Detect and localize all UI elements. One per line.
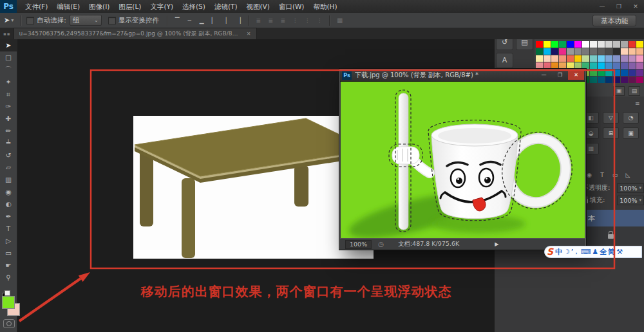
color-swatch[interactable] <box>567 48 574 55</box>
app-restore-button[interactable]: ❐ <box>611 0 627 13</box>
color-swatch[interactable] <box>636 41 643 48</box>
shape-tool[interactable]: ▭ <box>0 247 17 259</box>
color-swatch[interactable] <box>590 69 597 76</box>
color-swatch[interactable] <box>544 55 551 62</box>
ime-punctuation-icon[interactable]: ’， <box>571 246 579 257</box>
color-swatch[interactable] <box>536 48 543 55</box>
color-swatch[interactable] <box>590 55 597 62</box>
menu-item[interactable]: 图层(L) <box>114 0 146 13</box>
new-swatch-icon[interactable]: ▣ <box>613 86 625 96</box>
color-swatch[interactable] <box>544 41 551 48</box>
sogou-logo[interactable]: S <box>547 246 553 257</box>
ime-chinese-mode[interactable]: 中 <box>555 246 562 257</box>
document-tab[interactable]: u=3457063756,249583377&fm=27&gp=0.jpg @ … <box>14 28 257 39</box>
panel-menu-icon[interactable]: ≡ <box>635 100 640 107</box>
color-swatch[interactable] <box>636 48 643 55</box>
color-swatch[interactable] <box>559 55 566 62</box>
filter-shape-icon[interactable]: ▭ <box>611 171 620 180</box>
menu-item[interactable]: 帮助(H) <box>308 0 341 13</box>
ime-tools-icon[interactable]: ⚒ <box>616 246 623 257</box>
ime-user-icon[interactable]: ♟ <box>592 246 598 257</box>
show-transform-checkbox[interactable] <box>108 17 116 24</box>
tool-preset-caret-icon[interactable]: ▾ <box>11 17 14 23</box>
color-swatch[interactable] <box>629 55 636 62</box>
eyedropper-tool[interactable]: ✑ <box>0 100 17 113</box>
color-swatch[interactable] <box>629 77 636 83</box>
color-swatch[interactable] <box>582 55 589 62</box>
color-swatch[interactable] <box>574 48 582 55</box>
menu-item[interactable]: 文件(F) <box>21 0 52 13</box>
menu-item[interactable]: 图像(I) <box>84 0 114 13</box>
healing-brush-tool[interactable]: ✚ <box>0 113 17 125</box>
color-swatch[interactable] <box>629 69 636 76</box>
color-swatch[interactable] <box>636 77 643 83</box>
eraser-tool[interactable]: ▱ <box>0 161 17 174</box>
color-swatch[interactable] <box>629 62 636 69</box>
float-maximize-button[interactable]: ❐ <box>552 71 568 80</box>
magic-wand-tool[interactable]: ✦ <box>0 76 17 88</box>
float-minimize-button[interactable]: — <box>536 71 552 80</box>
align-middle-icon[interactable]: ─ <box>185 16 194 25</box>
path-select-tool[interactable]: ▷ <box>0 235 17 247</box>
gradient-tool[interactable]: ▥ <box>0 174 17 186</box>
color-swatch[interactable] <box>559 41 566 48</box>
color-swatch[interactable] <box>574 62 582 69</box>
menu-item[interactable]: 视图(V) <box>242 0 274 13</box>
color-swatch[interactable] <box>551 55 558 62</box>
color-swatch[interactable] <box>544 62 551 69</box>
color-swatch[interactable] <box>551 41 558 48</box>
lasso-tool[interactable]: ⌒ <box>0 64 17 76</box>
color-swatch[interactable] <box>544 48 551 55</box>
delete-swatch-icon[interactable]: ▤ <box>629 86 640 96</box>
crop-tool[interactable]: ⌗ <box>0 88 17 100</box>
color-swatch[interactable] <box>567 41 574 48</box>
ime-fullwidth-toggle[interactable]: 全 <box>600 246 607 257</box>
align-top-icon[interactable]: ▔ <box>173 16 182 25</box>
color-swatch[interactable] <box>536 41 543 48</box>
color-swatch[interactable] <box>590 62 597 69</box>
auto-select-checkbox[interactable] <box>26 17 34 24</box>
quick-mask-button[interactable] <box>3 319 15 328</box>
color-swatch[interactable] <box>613 55 620 62</box>
zoom-tool[interactable]: ⚲ <box>0 272 17 284</box>
color-swatch[interactable] <box>567 55 574 62</box>
color-swatch[interactable] <box>621 69 628 76</box>
hue-saturation-icon[interactable]: ▣ <box>623 127 639 139</box>
move-tool[interactable]: ➤ <box>0 39 17 51</box>
color-swatch[interactable] <box>629 48 636 55</box>
hand-tool[interactable]: ☛ <box>0 259 17 272</box>
align-center-icon[interactable]: │ <box>222 16 231 25</box>
clone-stamp-tool[interactable]: ╧ <box>0 137 17 149</box>
color-swatch[interactable] <box>605 41 612 48</box>
color-swatch[interactable] <box>605 77 612 83</box>
ime-moon-icon[interactable]: ☽ <box>564 246 570 257</box>
color-swatch[interactable] <box>582 62 589 69</box>
color-swatch[interactable] <box>605 62 612 69</box>
brush-tool[interactable]: ✏ <box>0 125 17 137</box>
curves-icon[interactable]: ◔ <box>623 112 639 124</box>
color-swatch[interactable] <box>582 41 589 48</box>
workspace-switcher-button[interactable]: 基本功能 <box>592 15 636 26</box>
color-swatch[interactable] <box>536 55 543 62</box>
color-swatch[interactable] <box>598 62 605 69</box>
color-swatch[interactable] <box>559 48 566 55</box>
color-swatch[interactable] <box>598 55 605 62</box>
color-swatch[interactable] <box>636 69 643 76</box>
align-left-icon[interactable]: ▏ <box>209 16 219 25</box>
selected-layer-row[interactable]: 本 <box>586 210 644 226</box>
color-swatch[interactable] <box>590 77 597 83</box>
float-close-button[interactable]: ✕ <box>568 71 584 80</box>
filter-smartobject-icon[interactable]: ◺ <box>623 171 632 180</box>
color-swatch[interactable] <box>629 41 636 48</box>
app-close-button[interactable]: ✕ <box>627 0 644 13</box>
status-flyout-icon[interactable]: ▶ <box>495 241 498 247</box>
color-swatch[interactable] <box>621 48 628 55</box>
marquee-tool[interactable]: □ <box>0 51 17 64</box>
tab-close-icon[interactable]: ✕ <box>247 31 251 37</box>
zoom-level-field[interactable]: 100% <box>345 240 372 249</box>
color-swatch[interactable] <box>582 48 589 55</box>
color-swatch[interactable] <box>590 41 597 48</box>
color-swatch[interactable] <box>621 55 628 62</box>
color-swatch[interactable] <box>605 55 612 62</box>
color-swatch[interactable] <box>621 41 628 48</box>
